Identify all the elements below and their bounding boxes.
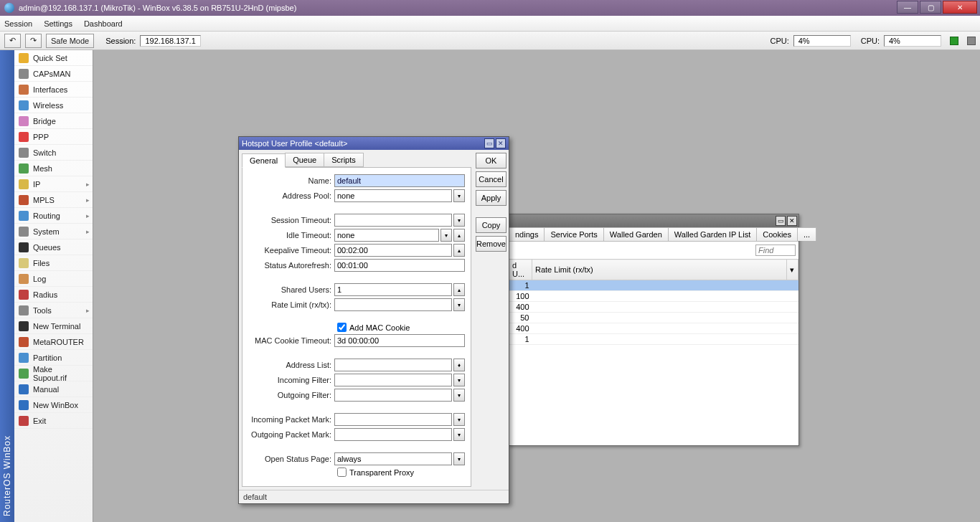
- tab-scripts[interactable]: Scripts: [324, 153, 364, 167]
- menu-settings[interactable]: Settings: [44, 19, 72, 28]
- sidebar-item-label: PPP: [33, 133, 49, 141]
- undo-button[interactable]: ↶: [4, 34, 21, 48]
- sidebar-item-ppp[interactable]: PPP: [14, 129, 93, 145]
- sidebar-item-ip[interactable]: IP▸: [14, 176, 93, 192]
- sidebar-item-label: Partition: [33, 353, 62, 362]
- sidebar-item-interfaces[interactable]: Interfaces: [14, 82, 93, 98]
- sidebar-item-radius[interactable]: Radius: [14, 287, 93, 303]
- outgoing-packet-mark-input[interactable]: [334, 428, 452, 441]
- dialog-close-button[interactable]: ✕: [496, 138, 506, 148]
- table-row[interactable]: 1: [509, 334, 798, 345]
- col-shared-users[interactable]: d U...: [509, 260, 532, 280]
- table-row[interactable]: 1: [509, 280, 798, 291]
- menu-dashboard[interactable]: Dashboard: [84, 19, 123, 28]
- table-row[interactable]: 50: [509, 313, 798, 323]
- redo-button[interactable]: ↷: [25, 34, 42, 48]
- sidebar-item-tools[interactable]: Tools▸: [14, 303, 93, 318]
- bgwin-minimize-button[interactable]: ▭: [776, 216, 786, 226]
- outgoing-packet-mark-expand[interactable]: ▾: [453, 428, 465, 441]
- sidebar-item-system[interactable]: System▸: [14, 224, 93, 239]
- shared-users-input[interactable]: [334, 283, 452, 296]
- close-button[interactable]: ✕: [943, 1, 977, 14]
- sidebar-item-mpls[interactable]: MPLS▸: [14, 192, 93, 208]
- name-input[interactable]: [334, 174, 465, 187]
- pool-dropdown[interactable]: ▾: [453, 189, 465, 202]
- bgwin-tab-1[interactable]: Service Ports: [544, 227, 603, 241]
- sidebar-item-capsman[interactable]: CAPsMAN: [14, 66, 93, 82]
- table-row[interactable]: 100: [509, 291, 798, 302]
- dialog-minimize-button[interactable]: ▭: [484, 138, 494, 148]
- incoming-packet-mark-expand[interactable]: ▾: [453, 413, 465, 426]
- tab-general[interactable]: General: [242, 153, 286, 168]
- pool-input[interactable]: [334, 189, 452, 202]
- sidebar-item-files[interactable]: Files: [14, 255, 93, 271]
- mac-cookie-timeout-input[interactable]: [334, 334, 465, 347]
- maximize-button[interactable]: ▢: [920, 1, 941, 14]
- sidebar-item-new-terminal[interactable]: New Terminal: [14, 318, 93, 334]
- autorefresh-input[interactable]: [334, 259, 465, 272]
- sidebar-item-bridge[interactable]: Bridge: [14, 113, 93, 129]
- table-row[interactable]: 400: [509, 302, 798, 313]
- rate-limit-input[interactable]: [334, 298, 452, 311]
- table-row[interactable]: 400: [509, 323, 798, 334]
- bgwin-tab-0[interactable]: ndings: [509, 227, 545, 241]
- sidebar: Quick SetCAPsMANInterfacesWirelessBridge…: [14, 50, 93, 522]
- sidebar-item-label: CAPsMAN: [33, 70, 71, 78]
- idle-timeout-dropdown[interactable]: ▾: [440, 229, 452, 242]
- sidebar-item-mesh[interactable]: Mesh: [14, 161, 93, 176]
- bgwin-tab-4[interactable]: Cookies: [756, 227, 798, 241]
- idle-timeout-collapse[interactable]: ▴: [453, 229, 465, 242]
- minimize-button[interactable]: —: [897, 1, 918, 14]
- outgoing-filter-expand[interactable]: ▾: [453, 389, 465, 402]
- outgoing-filter-input[interactable]: [334, 389, 452, 402]
- col-dropdown[interactable]: ▾: [787, 260, 798, 280]
- keepalive-collapse[interactable]: ▴: [453, 244, 465, 257]
- bgwin-tab-2[interactable]: Walled Garden: [603, 227, 669, 241]
- keepalive-input[interactable]: [334, 244, 452, 257]
- add-mac-cookie-checkbox[interactable]: [337, 323, 347, 332]
- tab-queue[interactable]: Queue: [285, 153, 324, 167]
- address-list-label: Address List:: [248, 361, 331, 369]
- sidebar-item-new-winbox[interactable]: New WinBox: [14, 397, 93, 413]
- sidebar-handle[interactable]: RouterOS WinBox: [0, 50, 14, 522]
- bgwin-tab-3[interactable]: Walled Garden IP List: [668, 227, 757, 241]
- incoming-packet-mark-input[interactable]: [334, 413, 452, 426]
- status-indicator-green: [950, 37, 958, 45]
- address-list-input[interactable]: [334, 359, 452, 371]
- address-list-spin[interactable]: ♦: [453, 359, 465, 371]
- sidebar-item-log[interactable]: Log: [14, 271, 93, 287]
- bgwin-close-button[interactable]: ✕: [787, 216, 797, 226]
- dialog-title: Hotspot User Profile <default>: [242, 139, 483, 148]
- apply-button[interactable]: Apply: [476, 190, 507, 206]
- open-status-page-dropdown[interactable]: ▾: [453, 452, 465, 465]
- sidebar-item-partition[interactable]: Partition: [14, 350, 93, 366]
- sidebar-item-switch[interactable]: Switch: [14, 145, 93, 161]
- incoming-filter-input[interactable]: [334, 374, 452, 386]
- safe-mode-button[interactable]: Safe Mode: [46, 34, 94, 48]
- menu-session[interactable]: Session: [4, 19, 32, 28]
- session-timeout-input[interactable]: [334, 214, 452, 227]
- ok-button[interactable]: OK: [476, 153, 507, 169]
- sidebar-item-manual[interactable]: Manual: [14, 381, 93, 397]
- sidebar-item-metarouter[interactable]: MetaROUTER: [14, 334, 93, 350]
- transparent-proxy-checkbox[interactable]: [337, 468, 347, 477]
- col-rate-limit[interactable]: Rate Limit (rx/tx): [532, 260, 787, 280]
- sidebar-item-make-supout-rif[interactable]: Make Supout.rif: [14, 366, 93, 381]
- sidebar-item-exit[interactable]: Exit: [14, 413, 93, 429]
- idle-timeout-input[interactable]: [334, 229, 439, 242]
- open-status-page-input[interactable]: [334, 452, 452, 465]
- copy-button[interactable]: Copy: [476, 217, 507, 233]
- sidebar-item-routing[interactable]: Routing▸: [14, 208, 93, 224]
- session-timeout-expand[interactable]: ▾: [453, 214, 465, 227]
- cancel-button[interactable]: Cancel: [476, 171, 507, 187]
- incoming-filter-expand[interactable]: ▾: [453, 374, 465, 386]
- sidebar-item-queues[interactable]: Queues: [14, 239, 93, 255]
- bgwin-tab-5[interactable]: ...: [797, 227, 816, 241]
- rate-limit-expand[interactable]: ▾: [453, 298, 465, 311]
- remove-button[interactable]: Remove: [476, 236, 507, 252]
- find-input[interactable]: [755, 245, 796, 256]
- sidebar-item-label: Log: [33, 275, 46, 283]
- sidebar-item-wireless[interactable]: Wireless: [14, 98, 93, 113]
- shared-users-collapse[interactable]: ▴: [453, 283, 465, 296]
- sidebar-item-quick-set[interactable]: Quick Set: [14, 50, 93, 66]
